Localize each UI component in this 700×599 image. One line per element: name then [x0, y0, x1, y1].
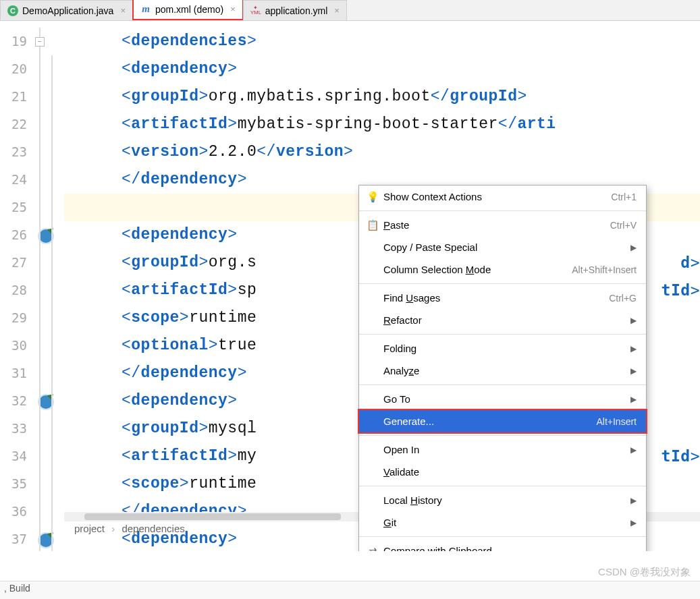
menu-separator	[359, 486, 646, 486]
menu-separator	[359, 210, 646, 211]
fold-toggle-icon[interactable]: −	[35, 37, 45, 47]
editor-area: 19202122232425262728293031323334353637 −…	[0, 21, 700, 551]
menu-separator	[359, 536, 646, 537]
editor-tabs: CDemoApplication.java×mpom.xml (demo)×✦Y…	[0, 0, 700, 21]
menu-separator	[359, 283, 646, 284]
line-number: 21	[0, 83, 34, 111]
line-number: 32	[0, 387, 34, 415]
line-number: 28	[0, 277, 34, 304]
line-number: 36	[0, 498, 34, 525]
line-number: 37	[0, 525, 34, 551]
context-menu: 💡Show Context ActionsCtrl+1📋PasteCtrl+VC…	[358, 185, 647, 551]
menu-separator	[359, 384, 646, 385]
menu-item-show-context-actions[interactable]: 💡Show Context ActionsCtrl+1	[359, 186, 646, 208]
submenu-arrow-icon: ▶	[630, 316, 637, 325]
line-number: 25	[0, 194, 34, 221]
code-line[interactable]: <groupId>org.mybatis.spring.boot</groupI…	[64, 83, 700, 111]
code-line-tail: tId>	[657, 277, 700, 304]
menu-item-open-in[interactable]: Open In▶	[359, 438, 646, 461]
menu-item-label: Show Context Actions	[381, 191, 611, 202]
tab-pom-xml-demo-[interactable]: mpom.xml (demo)×	[132, 0, 244, 20]
breadcrumb[interactable]: project › dependencies	[74, 523, 185, 534]
submenu-arrow-icon: ▶	[630, 243, 637, 252]
tab-application-yml[interactable]: ✦YMLapplication.yml×	[243, 0, 347, 20]
menu-item-analyze[interactable]: Analyze▶	[359, 360, 646, 382]
breadcrumb-separator: ›	[111, 523, 115, 534]
code-line[interactable]: <version>2.2.0</version>	[64, 138, 700, 166]
menu-item-label: Copy / Paste Special	[381, 241, 630, 253]
menu-item-refactor[interactable]: Refactor▶	[359, 309, 646, 331]
code-line[interactable]: <dependency>	[64, 55, 700, 83]
menu-item-compare-with-clipboard[interactable]: ⇄Compare with Clipboard	[359, 540, 646, 551]
code-line-tail: d>	[676, 249, 700, 277]
paste-icon: 📋	[365, 219, 381, 231]
menu-item-label: Find Usages	[381, 292, 609, 304]
breadcrumb-item[interactable]: dependencies	[122, 523, 184, 534]
menu-shortcut: Ctrl+1	[611, 192, 637, 202]
menu-item-generate-[interactable]: Generate...Alt+Insert	[358, 409, 647, 434]
close-icon[interactable]: ×	[230, 4, 236, 14]
menu-shortcut: Ctrl+V	[610, 220, 637, 231]
menu-item-label: Compare with Clipboard	[381, 545, 637, 551]
menu-item-paste[interactable]: 📋PasteCtrl+V	[359, 214, 646, 236]
menu-item-find-usages[interactable]: Find UsagesCtrl+G	[359, 287, 646, 309]
line-number: 35	[0, 470, 34, 498]
line-gutter: 19202122232425262728293031323334353637	[0, 21, 34, 551]
line-number: 33	[0, 415, 34, 443]
breadcrumb-item[interactable]: project	[74, 523, 105, 534]
tab-label: application.yml	[265, 5, 328, 16]
submenu-arrow-icon: ▶	[630, 366, 637, 376]
line-number: 27	[0, 249, 34, 277]
menu-shortcut: Alt+Shift+Insert	[572, 264, 637, 275]
line-number: 31	[0, 360, 34, 387]
menu-item-go-to[interactable]: Go To▶	[359, 388, 646, 410]
menu-item-validate[interactable]: Validate	[359, 461, 646, 483]
menu-separator	[359, 334, 646, 335]
tab-label: pom.xml (demo)	[155, 4, 223, 15]
close-icon[interactable]: ×	[120, 5, 126, 16]
line-number: 22	[0, 111, 34, 138]
line-number: 26	[0, 221, 34, 249]
menu-item-label: Validate	[381, 466, 637, 478]
line-number: 23	[0, 138, 34, 166]
menu-item-label: Open In	[381, 444, 630, 455]
menu-item-copy-paste-special[interactable]: Copy / Paste Special▶	[359, 236, 646, 258]
yml-icon: ✦YML	[250, 5, 261, 16]
submenu-arrow-icon: ▶	[630, 445, 637, 455]
line-number: 24	[0, 166, 34, 194]
menu-item-label: Column Selection Mode	[381, 264, 572, 275]
menu-shortcut: Ctrl+G	[609, 293, 637, 304]
submenu-arrow-icon: ▶	[630, 395, 637, 404]
submenu-arrow-icon: ▶	[630, 518, 637, 527]
menu-item-label: Local History	[381, 494, 630, 506]
code-line[interactable]: <dependencies>	[64, 28, 700, 55]
menu-item-label: Analyze	[381, 365, 630, 376]
submenu-arrow-icon: ▶	[630, 344, 637, 353]
menu-item-label: Go To	[381, 393, 630, 405]
line-number: 34	[0, 443, 34, 470]
line-number: 30	[0, 332, 34, 360]
menu-item-column-selection-mode[interactable]: Column Selection ModeAlt+Shift+Insert	[359, 258, 646, 281]
close-icon[interactable]: ×	[334, 5, 340, 16]
fold-column: −	[34, 21, 64, 551]
scrollbar-thumb[interactable]	[84, 513, 341, 520]
menu-shortcut: Alt+Insert	[596, 416, 637, 427]
code-line-tail: tId>	[657, 443, 700, 470]
compare-icon: ⇄	[365, 545, 381, 552]
line-number: 20	[0, 55, 34, 83]
line-number: 19	[0, 28, 34, 55]
menu-item-label: Folding	[381, 343, 630, 354]
menu-item-git[interactable]: Git▶	[359, 511, 646, 534]
submenu-arrow-icon: ▶	[630, 496, 637, 505]
tab-demoapplication-java[interactable]: CDemoApplication.java×	[0, 0, 133, 20]
menu-item-folding[interactable]: Folding▶	[359, 337, 646, 360]
menu-item-label: Refactor	[381, 314, 630, 326]
code-line[interactable]: <artifactId>mybatis-spring-boot-starter<…	[64, 111, 700, 138]
menu-item-label: Generate...	[381, 416, 596, 427]
menu-item-local-history[interactable]: Local History▶	[359, 489, 646, 511]
menu-item-label: Paste	[381, 219, 610, 231]
maven-icon: m	[140, 4, 151, 15]
menu-separator	[359, 435, 646, 436]
line-number: 29	[0, 304, 34, 332]
tab-label: DemoApplication.java	[22, 5, 113, 16]
